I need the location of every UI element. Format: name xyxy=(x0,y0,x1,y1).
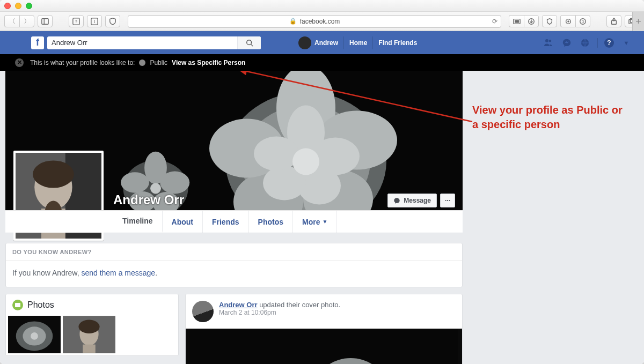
post-author-link[interactable]: Andrew Orr xyxy=(219,301,258,309)
photo-thumb[interactable] xyxy=(8,316,61,353)
nav-find-friends-link[interactable]: Find Friends xyxy=(372,36,422,49)
reload-button[interactable]: ⟳ xyxy=(492,18,497,25)
share-button[interactable] xyxy=(606,15,621,27)
search-input[interactable] xyxy=(47,39,237,47)
photos-card: Photos xyxy=(5,294,179,356)
browser-window: 〈 〉 ? I 🔒 facebook.com ⟳ D xyxy=(0,0,644,364)
chevron-down-icon: ▼ xyxy=(322,219,327,225)
nav-profile-link[interactable]: Andrew xyxy=(293,36,343,49)
cover-actions: Message ··· xyxy=(387,194,455,207)
view-as-specific-link[interactable]: View as Specific Person xyxy=(172,59,245,66)
globe-icon xyxy=(139,60,145,66)
display-name: Andrew Orr xyxy=(113,192,184,207)
send-message-link[interactable]: send them a message xyxy=(81,269,155,277)
ext-button-1[interactable]: ? xyxy=(69,15,84,27)
message-button[interactable]: Message xyxy=(387,194,437,207)
annotation-text: View your profile as Public or a specifi… xyxy=(472,103,628,132)
globe-icon xyxy=(580,38,590,48)
search-icon xyxy=(246,39,253,47)
sidebar-icon xyxy=(41,18,49,25)
toolbar-button-d[interactable] xyxy=(560,15,575,27)
page-content: Andrew Orr Message ··· Timeline About Fr… xyxy=(0,71,644,364)
circle-d-icon: D xyxy=(579,18,587,25)
nav-profile-name: Andrew xyxy=(314,39,338,47)
more-actions-button[interactable]: ··· xyxy=(440,194,455,207)
svg-point-16 xyxy=(246,40,251,44)
svg-text:I: I xyxy=(94,19,96,24)
help-button[interactable]: ? xyxy=(604,38,614,48)
svg-rect-59 xyxy=(83,345,96,353)
close-viewas-button[interactable]: ✕ xyxy=(15,58,24,67)
svg-line-17 xyxy=(251,44,253,46)
toolbar-button-e[interactable]: D xyxy=(575,15,590,27)
panel-icon xyxy=(513,18,521,25)
post-avatar[interactable] xyxy=(192,301,214,322)
new-tab-button[interactable]: + xyxy=(632,12,644,31)
fb-header: f Andrew Home Find Friends ? ▼ xyxy=(0,31,644,54)
profile-tabs: Timeline About Friends Photos More▼ xyxy=(5,210,463,233)
search-button[interactable] xyxy=(237,36,261,49)
url-bar[interactable]: 🔒 facebook.com ⟳ xyxy=(128,15,501,28)
zoom-window-button[interactable] xyxy=(26,3,32,9)
titlebar xyxy=(0,0,644,12)
svg-point-35 xyxy=(160,172,189,194)
notifications-button[interactable] xyxy=(579,37,591,49)
browser-toolbar: 〈 〉 ? I 🔒 facebook.com ⟳ D xyxy=(0,12,644,31)
nav-home-link[interactable]: Home xyxy=(343,36,372,49)
do-you-know-card: DO YOU KNOW ANDREW? If you know Andrew, … xyxy=(5,243,463,287)
svg-point-55 xyxy=(31,332,38,340)
post-image[interactable] xyxy=(186,329,462,364)
ext-button-2[interactable]: I xyxy=(87,15,102,27)
viewas-bar: ✕ This is what your profile looks like t… xyxy=(0,54,644,71)
know-body: If you know Andrew, send them a message. xyxy=(6,261,462,287)
download-icon xyxy=(528,18,535,25)
photos-icon xyxy=(12,300,23,310)
url-host: facebook.com xyxy=(300,18,340,25)
tab-photos[interactable]: Photos xyxy=(249,211,293,233)
post-action: updated their cover photo. xyxy=(258,301,341,309)
privacy-icon xyxy=(546,18,553,25)
post-card: Andrew Orr updated their cover photo. Ma… xyxy=(185,294,463,364)
viewas-prefix: This is what your profile looks like to: xyxy=(30,59,135,66)
friend-requests-button[interactable] xyxy=(543,37,554,49)
settings-dropdown[interactable]: ▼ xyxy=(620,37,632,49)
ext-button-3[interactable] xyxy=(105,15,120,27)
svg-point-58 xyxy=(78,320,99,333)
post-time: March 2 at 10:06pm xyxy=(219,309,340,316)
share-icon xyxy=(610,18,618,25)
separator xyxy=(597,38,598,48)
shield-icon xyxy=(109,18,116,25)
tab-more[interactable]: More▼ xyxy=(293,211,337,233)
toolbar-button-c[interactable] xyxy=(542,15,557,27)
svg-point-10 xyxy=(567,20,569,23)
toolbar-button-b[interactable] xyxy=(524,15,539,27)
nav-buttons: 〈 〉 xyxy=(4,15,34,27)
svg-point-49 xyxy=(33,160,74,188)
letter-i-icon: I xyxy=(91,18,98,25)
toolbar-button-a[interactable] xyxy=(509,15,524,27)
sidebar-button[interactable] xyxy=(38,15,53,27)
lock-icon: 🔒 xyxy=(289,18,297,25)
avatar-icon xyxy=(298,36,311,49)
search-container xyxy=(47,36,261,49)
svg-point-38 xyxy=(121,172,149,193)
thumb-art xyxy=(8,316,61,353)
messages-button[interactable] xyxy=(561,37,573,49)
svg-rect-7 xyxy=(515,20,519,23)
tab-friends[interactable]: Friends xyxy=(203,211,249,233)
minimize-window-button[interactable] xyxy=(15,3,21,9)
svg-text:D: D xyxy=(581,19,584,23)
photo-thumb[interactable] xyxy=(63,316,115,353)
back-button[interactable]: 〈 xyxy=(4,15,19,27)
fb-nav: Andrew Home Find Friends xyxy=(293,36,422,49)
post-art xyxy=(186,329,462,364)
tab-timeline[interactable]: Timeline xyxy=(113,211,163,233)
close-window-button[interactable] xyxy=(4,3,11,9)
messenger-icon xyxy=(562,38,572,48)
tab-about[interactable]: About xyxy=(163,211,203,233)
window-controls xyxy=(4,3,32,9)
svg-text:?: ? xyxy=(75,19,78,24)
fb-logo[interactable]: f xyxy=(31,36,44,49)
fb-header-right: ? ▼ xyxy=(543,37,640,49)
forward-button[interactable]: 〉 xyxy=(19,15,34,27)
